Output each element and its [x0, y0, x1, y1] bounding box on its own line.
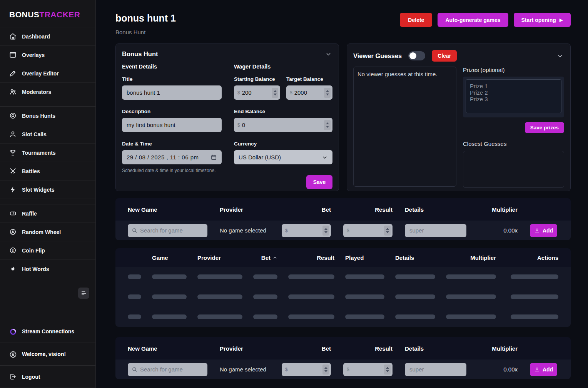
- auto-generate-games-button[interactable]: Auto-generate games: [438, 13, 508, 27]
- column-header[interactable]: Multiplier: [446, 254, 496, 261]
- number-stepper[interactable]: [384, 226, 391, 236]
- number-stepper[interactable]: [322, 365, 329, 375]
- sidebar-item-label: Overlays: [22, 52, 45, 58]
- overlays-icon: [9, 51, 17, 59]
- skeleton-bar: [446, 274, 496, 279]
- brand-part1: BONUS: [9, 10, 39, 19]
- number-stepper[interactable]: [384, 365, 391, 375]
- sidebar-item-moderators[interactable]: Moderators: [0, 83, 95, 101]
- collapse-sidebar-button[interactable]: [78, 288, 89, 299]
- starting-balance-input[interactable]: $ 200: [234, 85, 280, 100]
- skeleton-bar: [395, 274, 435, 279]
- viewer-guesses-toggle[interactable]: [408, 51, 425, 60]
- sidebar-item-account[interactable]: Welcome, vision!: [0, 343, 95, 365]
- datetime-input[interactable]: 29 / 08 / 2025 , 11 : 06 pm: [122, 150, 222, 164]
- sidebar-item-logout[interactable]: Logout: [0, 365, 95, 388]
- title-input[interactable]: [122, 85, 222, 100]
- sidebar-item-label: Battles: [22, 168, 40, 174]
- details-input[interactable]: [405, 224, 466, 237]
- bet-input[interactable]: $: [282, 363, 331, 376]
- target-balance-input[interactable]: $ 2000: [286, 85, 332, 100]
- home-icon: [9, 33, 17, 40]
- brand-logo: BONUSTRACKER: [0, 0, 95, 27]
- new-game-panel-bottom: New Game Provider Bet Result Details Mul…: [115, 337, 571, 379]
- sidebar-item-stream-connections[interactable]: Stream Connections: [0, 320, 95, 343]
- sidebar-item-hot-words[interactable]: Hot Words: [0, 260, 95, 278]
- description-input[interactable]: [122, 118, 222, 132]
- games-table-header: Game Provider Bet Result Played Details …: [115, 248, 571, 267]
- sidebar-item-random-wheel[interactable]: Random Wheel: [0, 223, 95, 241]
- skeleton-bar: [128, 314, 141, 319]
- start-opening-button[interactable]: Start opening ▶: [514, 13, 571, 27]
- multiplier-value: 0.00x: [479, 366, 518, 373]
- column-header: Result: [343, 206, 393, 213]
- currency-select[interactable]: US Dollar (USD): [234, 150, 332, 164]
- save-button[interactable]: Save: [306, 175, 332, 189]
- number-stepper[interactable]: [272, 88, 278, 98]
- column-header: Bet: [282, 206, 331, 213]
- sidebar-item-raffle[interactable]: Raffle: [0, 204, 95, 223]
- column-header[interactable]: Played: [345, 254, 384, 261]
- column-header[interactable]: Details: [395, 254, 435, 261]
- result-input[interactable]: $: [343, 224, 393, 237]
- sidebar-item-slot-widgets[interactable]: Slot Widgets: [0, 181, 95, 199]
- sidebar-item-dashboard[interactable]: Dashboard: [0, 27, 95, 46]
- sidebar-item-overlay-editor[interactable]: Overlay Editor: [0, 64, 95, 83]
- result-input[interactable]: $: [343, 363, 393, 376]
- add-game-button[interactable]: Add: [530, 224, 557, 237]
- skeleton-bar: [288, 274, 334, 279]
- calendar-icon[interactable]: [210, 154, 217, 161]
- end-balance-input[interactable]: $ 0: [234, 118, 332, 132]
- ticket-icon: [9, 210, 17, 217]
- skeleton-bar: [345, 274, 384, 279]
- skeleton-bar: [253, 274, 277, 279]
- sidebar-item-slot-calls[interactable]: Slot Calls: [0, 125, 95, 144]
- game-search-input[interactable]: [140, 227, 204, 234]
- column-label: Bet: [261, 254, 271, 261]
- starting-balance-value: 200: [242, 89, 270, 96]
- stream-connections-label: Stream Connections: [22, 328, 74, 334]
- column-header-sorted[interactable]: Bet: [253, 254, 277, 261]
- collapse-card-button[interactable]: [556, 52, 564, 60]
- column-header[interactable]: Result: [288, 254, 334, 261]
- sidebar-item-tournaments[interactable]: Tournaments: [0, 144, 95, 162]
- sidebar-item-coin-flip[interactable]: $ Coin Flip: [0, 241, 95, 260]
- flame-icon: [9, 265, 17, 273]
- chevron-down-icon: [322, 154, 328, 161]
- skeleton-bar: [395, 314, 435, 319]
- column-header[interactable]: Game: [152, 254, 187, 261]
- sidebar-item-bonus-hunts[interactable]: Bonus Hunts: [0, 107, 95, 125]
- wager-details-section: Wager Details Starting Balance $ 200 Tar…: [234, 64, 332, 189]
- collapse-card-button[interactable]: [324, 50, 332, 58]
- description-label: Description: [122, 109, 222, 114]
- column-header[interactable]: Provider: [197, 254, 242, 261]
- table-row-skeleton: [115, 267, 571, 287]
- download-icon: [534, 227, 540, 233]
- end-balance-value: 0: [242, 122, 322, 128]
- save-prizes-button[interactable]: Save prizes: [525, 122, 564, 133]
- prizes-textarea[interactable]: [466, 79, 561, 113]
- game-search[interactable]: [128, 363, 207, 376]
- game-search[interactable]: [128, 224, 207, 237]
- search-icon: [132, 366, 137, 372]
- event-details-heading: Event Details: [122, 64, 222, 70]
- details-input[interactable]: [405, 363, 466, 376]
- trophy-icon: [9, 149, 17, 156]
- number-stepper[interactable]: [324, 88, 331, 98]
- column-header: New Game: [128, 206, 207, 213]
- skeleton-bar: [511, 314, 558, 319]
- bet-input[interactable]: $: [282, 224, 331, 237]
- game-search-input[interactable]: [140, 366, 204, 373]
- sidebar-item-overlays[interactable]: Overlays: [0, 46, 95, 64]
- svg-text:$: $: [12, 249, 14, 253]
- delete-button[interactable]: Delete: [400, 13, 432, 27]
- add-game-button[interactable]: Add: [530, 363, 557, 376]
- number-stepper[interactable]: [322, 226, 329, 236]
- top-cards-row: Bonus Hunt Event Details Title Descripti…: [115, 43, 571, 191]
- clear-guesses-button[interactable]: Clear: [432, 50, 457, 62]
- sidebar-item-battles[interactable]: Battles: [0, 162, 95, 181]
- play-icon: ▶: [560, 18, 563, 22]
- currency-symbol: $: [237, 90, 240, 95]
- table-row-skeleton: [115, 287, 571, 307]
- number-stepper[interactable]: [324, 120, 331, 130]
